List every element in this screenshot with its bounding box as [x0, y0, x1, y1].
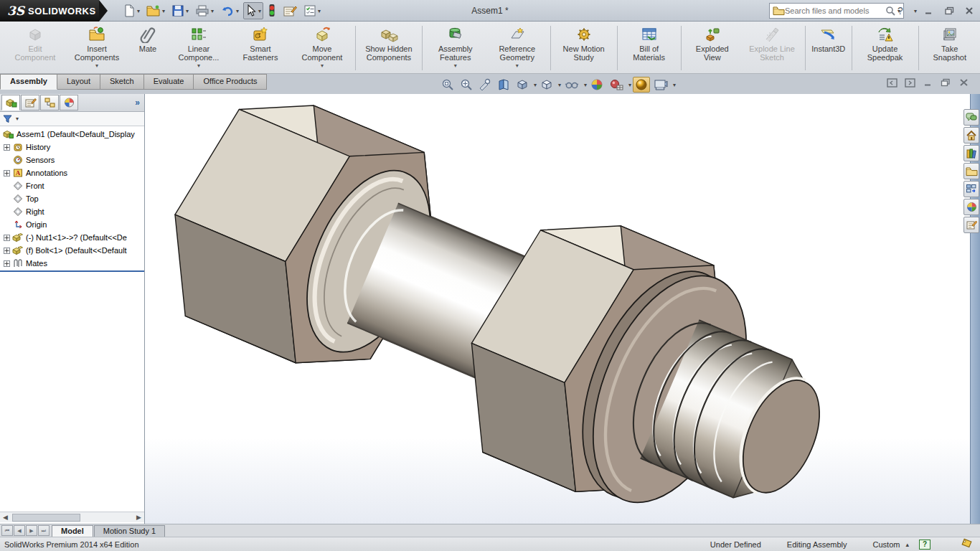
- tag-icon[interactable]: [959, 538, 973, 550]
- tab-motion-study-1[interactable]: Motion Study 1: [94, 525, 165, 537]
- dimxpertmanager-tab[interactable]: [60, 95, 78, 110]
- tree-root-assembly[interactable]: Assem1 (Default<Default_Display: [0, 128, 144, 141]
- configurationmanager-tab[interactable]: [40, 95, 59, 110]
- tab-evaluate[interactable]: Evaluate: [144, 74, 194, 90]
- jump-end-icon[interactable]: ⏭: [38, 525, 50, 536]
- scroll-left-icon[interactable]: ◀: [0, 512, 11, 522]
- minimize-doc-icon[interactable]: [921, 77, 934, 88]
- menu-flyout-arrow-icon[interactable]: [99, 0, 108, 22]
- assembly-features-button[interactable]: Assembly Features ▾: [425, 23, 486, 73]
- search-input[interactable]: [785, 6, 885, 15]
- expand-plus-icon[interactable]: [4, 248, 10, 254]
- undo-button[interactable]: ▾: [218, 2, 241, 19]
- collapse-right-icon[interactable]: [903, 77, 916, 88]
- section-view-button[interactable]: [495, 77, 512, 93]
- tab-layout[interactable]: Layout: [57, 74, 100, 90]
- tree-filter-bar[interactable]: ▾: [0, 112, 144, 126]
- reference-geometry-button[interactable]: Reference Geometry ▾: [486, 23, 548, 73]
- panel-more-chevron-icon[interactable]: »: [135, 98, 143, 108]
- update-speedpak-button[interactable]: Update Speedpak: [854, 23, 916, 73]
- dropdown-caret-icon[interactable]: ▾: [584, 82, 587, 88]
- new-motion-study-button[interactable]: New Motion Study: [553, 23, 615, 73]
- custom-properties-button[interactable]: [963, 217, 979, 233]
- mate-button[interactable]: Mate: [128, 23, 168, 73]
- camera-options-button[interactable]: [651, 77, 670, 93]
- file-explorer-button[interactable]: [963, 163, 979, 179]
- dropdown-caret-icon[interactable]: ▾: [95, 62, 98, 69]
- dropdown-caret-icon[interactable]: ▾: [914, 8, 917, 14]
- dropdown-caret-icon[interactable]: ▾: [162, 8, 165, 14]
- tree-item-bolt[interactable]: (f) Bolt<1> (Default<<Default: [0, 244, 144, 257]
- edit-appearance-button[interactable]: [588, 77, 606, 93]
- tree-item-right-plane[interactable]: Right: [0, 205, 144, 218]
- dropdown-caret-icon[interactable]: ▾: [673, 82, 676, 88]
- apply-scene-button[interactable]: [607, 77, 626, 93]
- restore-doc-icon[interactable]: [939, 77, 952, 88]
- propertymanager-tab[interactable]: [21, 95, 39, 110]
- panel-horizontal-scrollbar[interactable]: ◀ ▶: [0, 512, 144, 522]
- save-button[interactable]: ▾: [169, 2, 191, 19]
- dropdown-caret-icon[interactable]: ▾: [137, 8, 140, 14]
- step-back-icon[interactable]: ◀: [14, 525, 25, 536]
- close-icon[interactable]: [961, 4, 977, 18]
- model-canvas[interactable]: [145, 94, 970, 524]
- tree-item-sensors[interactable]: Sensors: [0, 154, 144, 166]
- show-hidden-components-button[interactable]: Show Hidden Components: [358, 23, 420, 73]
- scroll-right-icon[interactable]: ▶: [133, 512, 144, 522]
- dropdown-caret-icon[interactable]: ▾: [558, 82, 561, 88]
- zoom-to-area-button[interactable]: [458, 77, 475, 93]
- open-button[interactable]: ▾: [144, 2, 167, 19]
- expand-plus-icon[interactable]: [4, 260, 10, 267]
- collapse-left-icon[interactable]: [885, 77, 898, 88]
- tree-item-annotations[interactable]: A Annotations: [0, 166, 144, 179]
- expand-plus-icon[interactable]: [4, 235, 10, 241]
- tab-sketch[interactable]: Sketch: [100, 74, 144, 90]
- zoom-to-fit-button[interactable]: [439, 77, 456, 93]
- featuremanager-tree-tab[interactable]: [1, 95, 20, 110]
- close-doc-icon[interactable]: [957, 77, 970, 88]
- dropdown-caret-icon[interactable]: ▾: [454, 62, 457, 69]
- tree-item-front-plane[interactable]: Front: [0, 179, 144, 192]
- solidworks-forum-button[interactable]: [963, 109, 979, 126]
- tree-item-nut1[interactable]: (-) Nut1<1>->? (Default<<De: [0, 231, 144, 244]
- dropdown-caret-icon[interactable]: ▾: [211, 8, 214, 14]
- scrollbar-thumb[interactable]: [12, 514, 80, 522]
- tab-office-products[interactable]: Office Products: [194, 74, 267, 90]
- zoom-to-selection-button[interactable]: [476, 77, 494, 93]
- instant3d-button[interactable]: Instant3D: [808, 23, 849, 73]
- tab-assembly[interactable]: Assembly: [0, 74, 57, 90]
- view-palette-button[interactable]: [963, 181, 979, 197]
- jump-start-icon[interactable]: ⏮: [1, 525, 13, 536]
- tree-item-history[interactable]: History: [0, 141, 144, 154]
- take-snapshot-button[interactable]: Take Snapshot: [920, 23, 979, 73]
- graphics-viewport[interactable]: [145, 94, 970, 524]
- dropdown-caret-icon[interactable]: ▾: [321, 62, 324, 69]
- options-button[interactable]: ▾: [301, 2, 323, 19]
- appearances-scenes-button[interactable]: [963, 199, 979, 215]
- help-icon[interactable]: ?: [892, 4, 908, 18]
- realview-graphics-button[interactable]: [633, 77, 650, 93]
- linear-component-pattern-button[interactable]: Linear Compone... ▾: [168, 23, 230, 73]
- step-forward-icon[interactable]: ▶: [26, 525, 37, 536]
- restore-icon[interactable]: [941, 4, 957, 18]
- dropdown-caret-icon[interactable]: ▾: [197, 62, 200, 69]
- hide-show-items-button[interactable]: [562, 77, 581, 93]
- dropdown-caret-icon[interactable]: ▾: [318, 8, 321, 14]
- new-document-button[interactable]: ▾: [121, 2, 142, 19]
- dropdown-caret-icon[interactable]: ▾: [186, 8, 189, 14]
- dropdown-caret-icon[interactable]: ▾: [628, 82, 631, 88]
- quick-tips-help-icon[interactable]: ?: [919, 540, 930, 550]
- search-box[interactable]: ▾: [769, 3, 904, 19]
- move-component-button[interactable]: Move Component ▾: [291, 23, 353, 73]
- minimize-icon[interactable]: [921, 4, 937, 18]
- config-up-caret-icon[interactable]: ▴: [905, 541, 909, 548]
- dropdown-caret-icon[interactable]: ▾: [236, 8, 239, 14]
- dropdown-caret-icon[interactable]: ▾: [534, 82, 537, 88]
- solidworks-resources-button[interactable]: [963, 127, 979, 143]
- display-style-button[interactable]: [538, 77, 555, 93]
- file-properties-button[interactable]: [281, 2, 299, 19]
- design-library-button[interactable]: [963, 145, 979, 161]
- tree-item-top-plane[interactable]: Top: [0, 192, 144, 205]
- expand-plus-icon[interactable]: [4, 170, 10, 176]
- dropdown-caret-icon[interactable]: ▾: [516, 62, 519, 69]
